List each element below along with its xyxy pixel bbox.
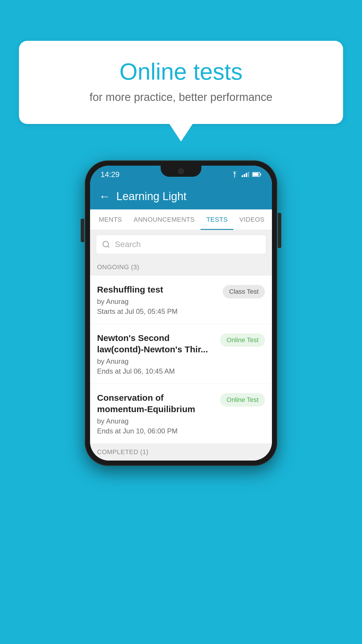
bubble-pointer (169, 124, 193, 141)
search-icon (102, 240, 110, 249)
phone-notch (161, 166, 201, 177)
phone-container: 14:29 (85, 160, 277, 466)
test-title: Reshuffling test (97, 284, 217, 295)
test-author: by Anurag (97, 357, 214, 365)
svg-rect-2 (253, 173, 259, 176)
tab-videos[interactable]: VIDEOS (233, 209, 270, 230)
status-time: 14:29 (101, 170, 120, 179)
bubble-title: Online tests (39, 58, 323, 85)
test-date: Starts at Jul 05, 05:45 PM (97, 307, 217, 316)
app-title: Learning Light (116, 190, 187, 203)
signal-icon (242, 172, 249, 177)
test-badge: Online Test (220, 333, 265, 347)
svg-line-5 (108, 246, 109, 247)
tab-tests[interactable]: TESTS (201, 209, 233, 230)
test-badge: Class Test (223, 285, 265, 298)
svg-point-0 (234, 176, 235, 177)
test-item-content: Conservation of momentum-Equilibrium by … (97, 392, 220, 435)
battery-icon (252, 172, 261, 177)
bubble-subtitle: for more practice, better performance (39, 91, 323, 104)
status-bar: 14:29 (90, 166, 272, 183)
test-badge: Online Test (220, 393, 265, 407)
back-button[interactable]: ← (99, 190, 110, 203)
test-date: Ends at Jul 06, 10:45 AM (97, 367, 214, 375)
speech-bubble-container: Online tests for more practice, better p… (19, 41, 343, 141)
test-title: Newton's Second law(contd)-Newton's Thir… (97, 332, 214, 355)
tab-announcements[interactable]: ANNOUNCEMENTS (128, 209, 201, 230)
tabs-container: MENTS ANNOUNCEMENTS TESTS VIDEOS (90, 209, 272, 230)
speech-bubble: Online tests for more practice, better p… (19, 41, 343, 124)
test-item[interactable]: Conservation of momentum-Equilibrium by … (90, 384, 272, 444)
tab-ments[interactable]: MENTS (93, 209, 128, 230)
wifi-icon (231, 172, 239, 177)
test-item[interactable]: Newton's Second law(contd)-Newton's Thir… (90, 324, 272, 384)
test-date: Ends at Jun 10, 06:00 PM (97, 427, 214, 435)
svg-rect-3 (260, 174, 261, 175)
status-icons (231, 172, 261, 177)
phone-screen: 14:29 (90, 166, 272, 461)
camera-icon (178, 168, 184, 174)
search-container: Search (90, 230, 272, 259)
ongoing-section-header: ONGOING (3) (90, 259, 272, 276)
search-input[interactable]: Search (115, 240, 141, 249)
test-item[interactable]: Reshuffling test by Anurag Starts at Jul… (90, 276, 272, 324)
test-title: Conservation of momentum-Equilibrium (97, 392, 214, 415)
completed-section-header: COMPLETED (1) (90, 444, 272, 461)
search-bar[interactable]: Search (96, 235, 266, 254)
svg-point-4 (103, 242, 109, 247)
test-author: by Anurag (97, 417, 214, 425)
test-item-content: Newton's Second law(contd)-Newton's Thir… (97, 332, 220, 375)
test-item-content: Reshuffling test by Anurag Starts at Jul… (97, 284, 223, 316)
phone-frame: 14:29 (85, 160, 277, 466)
test-author: by Anurag (97, 298, 217, 306)
app-header: ← Learning Light (90, 183, 272, 209)
